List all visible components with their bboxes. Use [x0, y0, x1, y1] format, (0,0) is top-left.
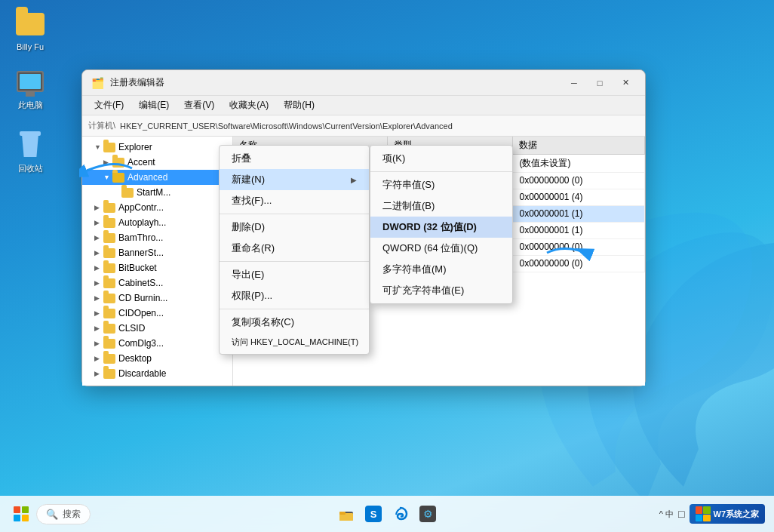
col-data: 数据 — [513, 137, 645, 155]
tree-item-cdburn[interactable]: ▶ CD Burnin... — [82, 291, 232, 306]
taskbar-edge[interactable] — [389, 502, 413, 526]
tree-label: BannerSt... — [118, 248, 164, 258]
tree-label: StartM... — [137, 187, 170, 198]
tree-label: CabinetS... — [118, 278, 163, 288]
icon-label: 此电脑 — [18, 100, 43, 111]
row-data: 0x00000001 (1) — [513, 222, 645, 238]
menu-favorites[interactable]: 收藏夹(A) — [223, 97, 275, 113]
taskbar-right: ^ 中 □ W7系统之家 — [659, 504, 765, 524]
tree-item-desktop[interactable]: ▶ Desktop — [82, 351, 232, 366]
ctx-new[interactable]: 新建(N) ▶ — [220, 169, 369, 190]
monitor-icon — [15, 66, 45, 97]
desktop-icon-billy-fu[interactable]: Billy Fu — [6, 9, 54, 51]
expand-icon: ▶ — [94, 234, 103, 241]
sub-context-menu: 项(K) 字符串值(S) 二进制值(B) DWORD (32 位)值(D) QW… — [370, 145, 513, 304]
tree-item-cidopen[interactable]: ▶ CIDOpen... — [82, 306, 232, 321]
tree-item-explorer[interactable]: ▼ Explorer — [82, 140, 232, 155]
desktop-icon-this-pc[interactable]: 此电脑 — [6, 66, 54, 111]
system-tray-icons: ^ 中 — [659, 509, 674, 520]
ctx-separator-3 — [220, 309, 369, 309]
network-icon: □ — [678, 508, 684, 520]
tree-label: CD Burnin... — [118, 293, 167, 303]
ctx-separator-1 — [220, 214, 369, 214]
menu-view[interactable]: 查看(V) — [178, 97, 220, 113]
search-icon: 🔍 — [46, 509, 58, 520]
icon-label: Billy Fu — [17, 42, 44, 51]
ctx-collapse[interactable]: 折叠 — [220, 148, 369, 169]
tree-label: BitBucket — [118, 263, 157, 273]
w7-label: W7系统之家 — [714, 509, 760, 520]
close-button[interactable]: ✕ — [615, 75, 636, 91]
sub-ctx-dword[interactable]: DWORD (32 位)值(D) — [370, 217, 512, 238]
w7-badge[interactable]: W7系统之家 — [690, 504, 766, 524]
sub-ctx-expand[interactable]: 可扩充字符串值(E) — [370, 280, 512, 301]
folder-icon — [103, 248, 115, 258]
expand-icon: ▶ — [94, 370, 103, 377]
taskbar-app[interactable]: ⚙ — [416, 502, 440, 526]
tree-item-cabinets[interactable]: ▶ CabinetS... — [82, 275, 232, 291]
sub-ctx-key[interactable]: 项(K) — [370, 148, 512, 169]
address-bar: 计算机\ HKEY_CURRENT_USER\Software\Microsof… — [82, 115, 645, 137]
tree-label: Desktop — [118, 353, 152, 364]
icon-label: 回收站 — [18, 163, 43, 174]
tree-item-discardable[interactable]: ▶ Discardable — [82, 366, 232, 381]
sub-ctx-multi[interactable]: 多字符串值(M) — [370, 259, 512, 280]
ctx-separator-2 — [220, 261, 369, 262]
tree-label: Autoplayh... — [118, 217, 166, 228]
folder-icon — [103, 143, 115, 152]
expand-icon: ▶ — [94, 249, 103, 257]
taskbar-center: S ⚙ — [334, 502, 440, 526]
menu-file[interactable]: 文件(F) — [88, 97, 130, 113]
ctx-find[interactable]: 查找(F)... — [220, 190, 369, 211]
folder-icon — [103, 233, 115, 243]
context-menu: 折叠 新建(N) ▶ 查找(F)... 删除(D) 重命名(R) 导出(E) 权… — [219, 145, 370, 355]
tree-label: BamThro... — [118, 232, 163, 243]
ctx-copy-name[interactable]: 复制项名称(C) — [220, 312, 369, 333]
menu-edit[interactable]: 编辑(E) — [133, 97, 175, 113]
ctx-export[interactable]: 导出(E) — [220, 264, 369, 285]
tree-item-bamthro[interactable]: ▶ BamThro... — [82, 230, 232, 245]
window-titlebar: 🗂️ 注册表编辑器 ─ □ ✕ — [82, 70, 645, 96]
maximize-button[interactable]: □ — [589, 75, 610, 91]
folder-icon — [103, 294, 115, 303]
tree-item-bannerst[interactable]: ▶ BannerSt... — [82, 245, 232, 260]
ctx-rename[interactable]: 重命名(R) — [220, 238, 369, 259]
ctx-access[interactable]: 访问 HKEY_LOCAL_MACHINE(T) — [220, 333, 369, 352]
expand-icon: ▶ — [94, 294, 103, 302]
folder-icon — [15, 9, 45, 39]
ctx-permissions[interactable]: 权限(P)... — [220, 285, 369, 306]
row-data: (数值未设置) — [513, 155, 645, 173]
menu-help[interactable]: 帮助(H) — [278, 97, 321, 113]
tree-item-bitbucket[interactable]: ▶ BitBucket — [82, 260, 232, 275]
expand-icon: ▶ — [94, 355, 103, 362]
ctx-delete[interactable]: 删除(D) — [220, 217, 369, 238]
tree-label: CIDOpen... — [118, 308, 164, 318]
taskbar-search[interactable]: 🔍 搜索 — [36, 504, 91, 524]
sub-ctx-qword[interactable]: QWORD (64 位值)(Q) — [370, 238, 512, 259]
search-label: 搜索 — [63, 508, 81, 521]
tree-item-comdlg3[interactable]: ▶ ComDlg3... — [82, 336, 232, 351]
expand-icon: ▼ — [94, 143, 103, 151]
window-title: 注册表编辑器 — [110, 76, 564, 89]
row-data: 0x00000000 (0) — [513, 172, 645, 189]
folder-icon — [103, 278, 115, 288]
tree-item-startm[interactable]: StartM... — [82, 185, 232, 200]
recycle-icon — [15, 130, 45, 160]
folder-icon — [103, 369, 115, 379]
sub-ctx-string[interactable]: 字符串值(S) — [370, 174, 512, 195]
expand-icon: ▶ — [94, 219, 103, 226]
start-logo — [14, 506, 29, 521]
address-path: HKEY_CURRENT_USER\Software\Microsoft\Win… — [120, 121, 453, 131]
minimize-button[interactable]: ─ — [564, 75, 585, 91]
taskbar-store[interactable]: S — [361, 502, 385, 526]
desktop-icon-recycle[interactable]: 回收站 — [6, 130, 54, 174]
sub-ctx-binary[interactable]: 二进制值(B) — [370, 195, 512, 217]
tree-item-appcontr[interactable]: ▶ AppContr... — [82, 200, 232, 215]
menu-bar: 文件(F) 编辑(E) 查看(V) 收藏夹(A) 帮助(H) — [82, 96, 645, 115]
folder-icon — [103, 203, 115, 213]
folder-icon — [103, 218, 115, 228]
tree-item-clsid[interactable]: ▶ CLSID — [82, 321, 232, 336]
tree-item-autoplay[interactable]: ▶ Autoplayh... — [82, 215, 232, 230]
taskbar-file-explorer[interactable] — [334, 502, 358, 526]
start-button[interactable] — [9, 502, 33, 526]
